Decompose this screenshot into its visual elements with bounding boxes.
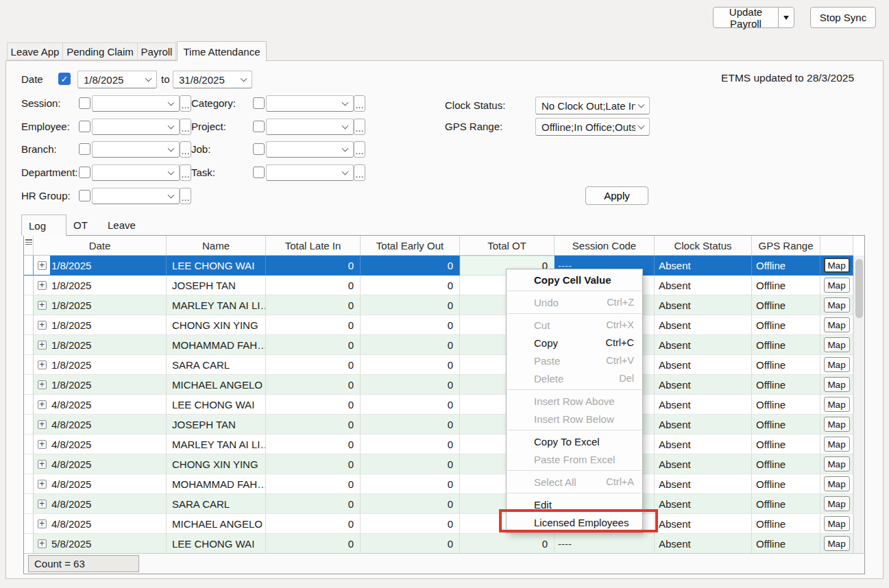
cell-name[interactable]: LEE CHONG WAI [167, 534, 266, 554]
cell-total-late-in[interactable]: 0 [266, 256, 361, 275]
cell-total-late-in[interactable]: 0 [266, 355, 361, 375]
cell-total-early-out[interactable]: 0 [361, 335, 460, 355]
project-combobox[interactable] [266, 119, 354, 135]
date-from-combobox[interactable]: 1/8/2025 [77, 71, 157, 88]
cell-date[interactable]: +4/8/2025 [34, 395, 167, 415]
menu-item-copy-cell-value[interactable]: Copy Cell Value [507, 271, 642, 289]
department-browse-button[interactable]: … [180, 164, 191, 181]
table-row[interactable]: +4/8/2025JOSEPH TAN00AbsentOfflineMap [24, 415, 853, 434]
expand-icon[interactable]: + [38, 539, 47, 548]
cell-name[interactable]: MOHAMMAD FAH… [167, 474, 266, 494]
branch-checkbox[interactable] [79, 143, 90, 155]
cell-name[interactable]: LEE CHONG WAI [167, 395, 266, 415]
cell-gps-range[interactable]: Offline [752, 315, 820, 335]
cell-date[interactable]: +4/8/2025 [34, 434, 167, 454]
map-button[interactable]: Map [824, 357, 850, 372]
employee-checkbox[interactable] [79, 121, 90, 132]
clock-status-combobox[interactable]: No Clock Out;Late In;I [535, 97, 650, 114]
cell-gps-range[interactable]: Offline [752, 454, 820, 474]
table-row[interactable]: +1/8/2025MARLEY TAN AI LI…00AbsentOfflin… [24, 295, 853, 315]
cell-date[interactable]: +4/8/2025 [34, 494, 167, 514]
cell-clock-status[interactable]: Absent [655, 395, 752, 415]
cell-clock-status[interactable]: Absent [655, 454, 752, 474]
cell-gps-range[interactable]: Offline [752, 534, 820, 554]
map-button[interactable]: Map [824, 536, 850, 551]
cell-name[interactable]: SARA CARL [167, 494, 266, 514]
cell-date[interactable]: +1/8/2025 [34, 375, 167, 395]
table-row[interactable]: +1/8/2025JOSEPH TAN00AbsentOfflineMap [24, 275, 853, 295]
cell-total-late-in[interactable]: 0 [266, 514, 361, 534]
cell-clock-status[interactable]: Absent [655, 295, 752, 315]
column-header-session-code[interactable]: Session Code [555, 236, 655, 255]
expand-icon[interactable]: + [38, 400, 47, 409]
table-row[interactable]: +4/8/2025LEE CHONG WAI00AbsentOfflineMap [24, 395, 853, 415]
cell-name[interactable]: MICHAEL ANGELO [167, 514, 266, 534]
menu-item-copy-to-excel[interactable]: Copy To Excel [507, 432, 642, 450]
cell-clock-status[interactable]: Absent [655, 434, 752, 454]
expand-icon[interactable]: + [38, 341, 47, 350]
branch-browse-button[interactable]: … [180, 141, 191, 158]
category-browse-button[interactable]: … [354, 95, 365, 112]
expand-icon[interactable]: + [38, 360, 47, 369]
table-row[interactable]: +4/8/2025CHONG XIN YING00AbsentOfflineMa… [24, 454, 853, 474]
tab-pending-claim[interactable]: Pending Claim [62, 42, 138, 60]
cell-total-late-in[interactable]: 0 [266, 335, 361, 355]
session-browse-button[interactable]: … [180, 95, 191, 112]
table-row[interactable]: +1/8/2025MOHAMMAD FAH…00AbsentOfflineMap [24, 335, 853, 355]
cell-date[interactable]: +1/8/2025 [34, 315, 167, 335]
employee-combobox[interactable] [92, 119, 180, 135]
cell-total-early-out[interactable]: 0 [361, 415, 460, 434]
category-checkbox[interactable] [253, 97, 265, 109]
column-header-total-early-out[interactable]: Total Early Out [361, 236, 460, 255]
project-browse-button[interactable]: … [354, 119, 365, 135]
map-button[interactable]: Map [824, 337, 850, 352]
cell-clock-status[interactable]: Absent [655, 375, 752, 395]
map-button[interactable]: Map [824, 456, 850, 471]
cell-gps-range[interactable]: Offline [752, 514, 820, 534]
cell-name[interactable]: JOSEPH TAN [167, 275, 266, 295]
cell-total-early-out[interactable]: 0 [361, 256, 460, 275]
cell-date[interactable]: +1/8/2025 [34, 256, 167, 275]
cell-clock-status[interactable]: Absent [655, 315, 752, 335]
cell-gps-range[interactable]: Offline [752, 395, 820, 415]
cell-date[interactable]: +1/8/2025 [34, 355, 167, 375]
session-checkbox[interactable] [79, 97, 90, 109]
subtab-ot[interactable]: OT [66, 217, 101, 234]
cell-clock-status[interactable]: Absent [655, 256, 752, 275]
expand-icon[interactable]: + [38, 440, 47, 449]
map-button[interactable]: Map [824, 496, 850, 511]
cell-name[interactable]: MARLEY TAN AI LI… [167, 434, 266, 454]
cell-clock-status[interactable]: Absent [655, 275, 752, 295]
expand-icon[interactable]: + [38, 281, 47, 290]
cell-clock-status[interactable]: Absent [655, 474, 752, 494]
employee-browse-button[interactable]: … [180, 119, 191, 135]
map-button[interactable]: Map [824, 258, 850, 273]
project-checkbox[interactable] [253, 121, 265, 132]
hr-group-combobox[interactable] [92, 188, 180, 204]
cell-total-early-out[interactable]: 0 [361, 434, 460, 454]
map-button[interactable]: Map [824, 278, 850, 293]
table-row[interactable]: +1/8/2025SARA CARL00AbsentOfflineMap [24, 355, 853, 375]
table-row[interactable]: +1/8/2025CHONG XIN YING00AbsentOfflineMa… [24, 315, 853, 335]
cell-total-early-out[interactable]: 0 [361, 454, 460, 474]
category-combobox[interactable] [266, 95, 354, 112]
update-payroll-button[interactable]: Update Payroll [713, 7, 794, 28]
table-row[interactable]: ▶+1/8/2025LEE CHONG WAI000----AbsentOffl… [24, 256, 853, 275]
cell-total-late-in[interactable]: 0 [266, 375, 361, 395]
map-button[interactable]: Map [824, 516, 850, 531]
table-row[interactable]: +4/8/2025MICHAEL ANGELO00AbsentOfflineMa… [24, 514, 853, 534]
cell-total-late-in[interactable]: 0 [266, 315, 361, 335]
expand-icon[interactable]: + [38, 301, 47, 310]
map-button[interactable]: Map [824, 317, 850, 332]
session-combobox[interactable] [92, 95, 180, 112]
cell-name[interactable]: JOSEPH TAN [167, 415, 266, 434]
cell-name[interactable]: MARLEY TAN AI LI… [167, 295, 266, 315]
job-checkbox[interactable] [253, 143, 265, 155]
gps-range-combobox[interactable]: Offline;In Office;Outsi [535, 118, 650, 136]
cell-total-late-in[interactable]: 0 [266, 295, 361, 315]
date-to-combobox[interactable]: 31/8/2025 [173, 71, 252, 88]
expand-icon[interactable]: + [38, 321, 47, 330]
vertical-scrollbar[interactable] [853, 256, 864, 554]
job-combobox[interactable] [266, 141, 354, 158]
task-browse-button[interactable]: … [354, 164, 365, 181]
